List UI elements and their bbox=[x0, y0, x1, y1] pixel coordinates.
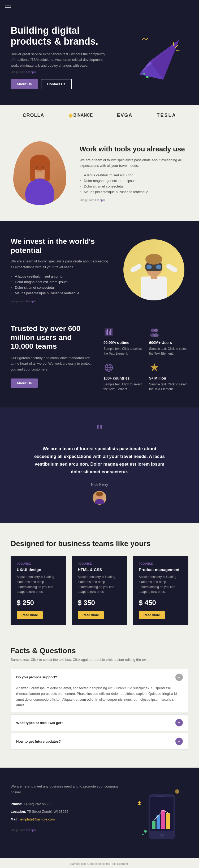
faq-toggle-3-icon: + bbox=[175, 738, 183, 745]
svg-rect-48 bbox=[166, 813, 170, 829]
stat-countries-icon bbox=[103, 362, 143, 374]
invest-title: We invest in the world's potential bbox=[11, 237, 109, 255]
svg-point-15 bbox=[42, 166, 44, 169]
course-2-title: HTML & CSS bbox=[78, 567, 121, 572]
svg-point-9 bbox=[25, 179, 55, 205]
course-2-btn[interactable]: Read more bbox=[78, 611, 104, 619]
contact-section: We are here to meet any business need an… bbox=[0, 768, 199, 858]
svg-point-14 bbox=[36, 166, 38, 169]
brand-crolla: CROLLA bbox=[23, 113, 44, 118]
contact-us-button[interactable]: Contact Us bbox=[41, 79, 72, 89]
faq-item-2: What types of files I will get? + bbox=[11, 714, 188, 731]
contact-phone-row: Phone: 1 (232) 252 55 22 bbox=[11, 800, 120, 808]
faq-question-1[interactable]: Do you provide support? + bbox=[11, 669, 188, 685]
invest-list-item: •Dolor sit amet consectetur bbox=[11, 285, 109, 290]
course-3-desc: Acquire mastery in leading platforms and… bbox=[139, 575, 182, 594]
invest-description: We are a team of tourist specialists pas… bbox=[11, 258, 109, 270]
course-3-btn[interactable]: Read more bbox=[139, 611, 165, 619]
invest-list-item: •Mauris pellentesque pulvinar pellentesq… bbox=[11, 290, 109, 296]
stat-users-value: 600M+ Users bbox=[149, 341, 188, 345]
quote-author: Nick Perry bbox=[21, 482, 178, 487]
svg-marker-39 bbox=[150, 363, 159, 371]
contact-mail-label: Mail: bbox=[11, 817, 19, 821]
svg-point-23 bbox=[145, 254, 162, 265]
faq-question-2[interactable]: What types of files I will get? + bbox=[11, 715, 188, 731]
faq-question-3[interactable]: How to get future updates? + bbox=[11, 733, 188, 749]
svg-rect-45 bbox=[152, 821, 156, 829]
tools-description: We are a team of tourist specialists pas… bbox=[79, 157, 188, 169]
stat-countries-value: 100+ countries bbox=[103, 376, 143, 380]
trusted-about-button[interactable]: About Us bbox=[11, 378, 38, 388]
contact-phone-value: 1 (232) 252 55 22 bbox=[23, 802, 51, 806]
svg-point-21 bbox=[146, 265, 152, 269]
svg-rect-47 bbox=[161, 810, 165, 829]
tools-freepik-link[interactable]: Freepik bbox=[95, 198, 105, 202]
course-1-btn[interactable]: Read more bbox=[17, 611, 43, 619]
course-1-price: $ 250 bbox=[17, 599, 60, 607]
hero-text: Building digital products & brands. Deli… bbox=[11, 25, 109, 89]
svg-rect-29 bbox=[110, 329, 111, 335]
contact-location-value: 75 Street Zumbi, WI 63025 bbox=[27, 810, 68, 813]
svg-point-7 bbox=[143, 73, 145, 74]
svg-rect-27 bbox=[107, 329, 108, 335]
course-2-price: $ 350 bbox=[78, 599, 121, 607]
invest-section: We invest in the world's potential We ar… bbox=[0, 221, 199, 319]
trusted-stats: 99.99% uptime Sample text. Click to sele… bbox=[103, 324, 188, 392]
contact-freepik-link[interactable]: Freepik bbox=[26, 829, 36, 832]
svg-rect-26 bbox=[106, 331, 107, 335]
tools-image-container bbox=[11, 141, 69, 205]
svg-rect-28 bbox=[109, 331, 110, 335]
brand-tesla: TESLA bbox=[157, 113, 176, 118]
svg-rect-24 bbox=[151, 275, 157, 279]
tools-content: Work with tools you already use We are a… bbox=[79, 145, 188, 201]
course-3-price: $ 450 bbox=[139, 599, 182, 607]
invest-image-credit: Image from Freepik bbox=[11, 300, 109, 303]
invest-list-item: •A lacus vestibulum sed arcu non bbox=[11, 274, 109, 279]
svg-point-31 bbox=[154, 329, 158, 332]
svg-point-30 bbox=[151, 329, 155, 332]
svg-rect-13 bbox=[44, 162, 50, 181]
svg-point-42 bbox=[96, 492, 103, 496]
tools-title: Work with tools you already use bbox=[79, 145, 188, 154]
invest-image-container bbox=[120, 239, 188, 301]
quote-avatar bbox=[93, 491, 106, 505]
course-1-tag: #COURSE bbox=[17, 562, 60, 565]
hamburger-button[interactable] bbox=[5, 4, 11, 8]
stat-million-desc: Sample text. Click to select the Text El… bbox=[149, 382, 188, 392]
stat-million: 5+ Million Sample text. Click to select … bbox=[149, 362, 188, 392]
stat-users-desc: Sample text. Click to select the Text El… bbox=[149, 346, 188, 356]
hero-section: Building digital products & brands. Deli… bbox=[0, 12, 199, 105]
stat-million-value: 5+ Million bbox=[149, 376, 188, 380]
course-card-2: #COURSE HTML & CSS Acquire mastery in le… bbox=[72, 556, 127, 625]
contact-mail-link[interactable]: template@sample.com bbox=[20, 817, 55, 821]
paper-plane-icon bbox=[134, 32, 185, 82]
about-us-button[interactable]: About Us bbox=[11, 79, 38, 89]
stat-countries: 100+ countries Sample text. Click to sel… bbox=[103, 362, 143, 392]
trusted-description: Our rigorous security and compliance sta… bbox=[11, 355, 93, 372]
hero-buttons: About Us Contact Us bbox=[11, 79, 109, 89]
stat-users: 600M+ Users Sample text. Click to select… bbox=[149, 327, 188, 356]
brand-evga: EVGA bbox=[117, 113, 132, 118]
hero-image bbox=[130, 32, 188, 82]
contact-image-credit: Image from Freepik bbox=[11, 827, 120, 833]
svg-rect-49 bbox=[157, 796, 165, 797]
faq-question-1-text: Do you provide support? bbox=[16, 675, 57, 679]
tools-list-item: •Dolor magna eget est lorem ipsum bbox=[79, 178, 188, 184]
footer-text: Sample text. Click to select the Text El… bbox=[11, 862, 188, 865]
svg-point-33 bbox=[153, 333, 159, 337]
tools-image-credit: Image from Freepik bbox=[79, 198, 188, 202]
contact-mail-row: Mail: template@sample.com bbox=[11, 816, 120, 824]
contact-content: We are here to meet any business need an… bbox=[11, 783, 120, 833]
course-3-tag: #COURSE bbox=[139, 562, 182, 565]
svg-point-55 bbox=[144, 830, 147, 833]
invest-freepik-link[interactable]: Freepik bbox=[26, 300, 36, 303]
stat-million-icon bbox=[149, 362, 188, 374]
courses-grid: #COURSE UX/UI design Acquire mastery in … bbox=[11, 556, 188, 625]
contact-info: Phone: 1 (232) 252 55 22 Location: 75 St… bbox=[11, 800, 120, 833]
svg-point-51 bbox=[175, 789, 179, 794]
courses-section: Designed for business teams like yours #… bbox=[0, 523, 199, 641]
faq-intro: Sample text. Click to select the text bo… bbox=[11, 658, 188, 662]
svg-point-6 bbox=[146, 76, 148, 79]
faq-question-3-text: How to get future updates? bbox=[16, 739, 61, 743]
hero-freepik-link[interactable]: Freepik bbox=[26, 70, 36, 73]
